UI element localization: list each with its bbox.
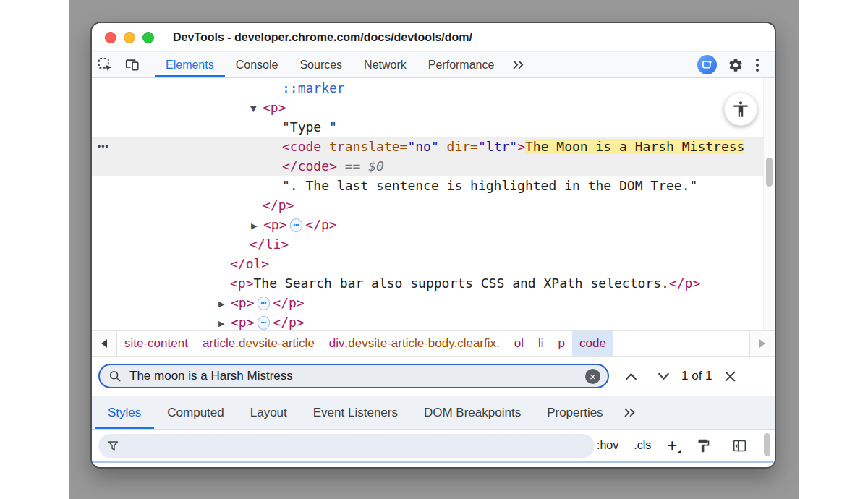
panel-tab-console[interactable]: Console — [225, 52, 289, 77]
toolbar-divider — [150, 57, 150, 72]
toggle-element-state-button[interactable]: :hov — [595, 438, 621, 453]
code-segment-pseudo: ::marker — [282, 80, 345, 95]
double-chevron-right-icon — [624, 408, 636, 417]
styles-tab-computed[interactable]: Computed — [154, 396, 237, 429]
code-segment-tag: </p> — [273, 295, 304, 310]
accessibility-overlay-button[interactable] — [724, 93, 757, 126]
dom-tree-row[interactable]: ▶<p>⋯</p> — [92, 293, 775, 312]
dom-tree-row[interactable]: <p>The Search bar also supports CSS and … — [92, 273, 775, 293]
scrollbar-thumb[interactable] — [766, 158, 773, 187]
code-segment-attr: dir= — [447, 139, 478, 154]
clear-x-icon: × — [590, 371, 596, 382]
settings-button[interactable] — [723, 57, 749, 73]
inline-expand-button[interactable]: ⋯ — [258, 316, 271, 330]
device-toolbar-icon — [124, 56, 140, 73]
close-search-button[interactable] — [720, 367, 741, 385]
breadcrumb-item[interactable]: site-content — [117, 331, 195, 356]
styles-tab-event-listeners[interactable]: Event Listeners — [300, 396, 411, 429]
disclosure-expanded-icon[interactable]: ▼ — [250, 99, 263, 119]
rendering-emulation-button[interactable] — [691, 438, 716, 453]
style-filter-field[interactable] — [98, 434, 595, 458]
breadcrumb-item[interactable]: li — [531, 331, 551, 356]
code-segment-dollar: $0 — [368, 158, 384, 174]
kebab-menu-icon — [756, 59, 759, 61]
styles-tab-properties[interactable]: Properties — [534, 396, 616, 429]
breadcrumb-item[interactable]: p — [551, 331, 572, 356]
styles-pane-scrollbar-thumb[interactable] — [764, 433, 770, 456]
dom-tree-row[interactable]: ▼<p> — [92, 98, 775, 117]
device-toolbar-button[interactable] — [119, 52, 145, 77]
title-bar: DevTools - developer.chrome.com/docs/dev… — [92, 23, 775, 52]
breadcrumb: site-contentarticle.devsite-articlediv.d… — [117, 331, 613, 356]
element-classes-button[interactable]: .cls — [631, 438, 653, 453]
toggle-sidebar-button[interactable] — [727, 438, 752, 453]
search-field[interactable]: × — [98, 364, 609, 388]
search-icon — [109, 370, 122, 383]
code-segment-tag: <p> — [263, 217, 287, 232]
dom-tree-scrollbar[interactable] — [763, 78, 775, 330]
breadcrumb-item[interactable]: div.devsite-article-body.clearfix. — [322, 331, 507, 356]
styles-filter-controls: :hov .cls + — [595, 437, 752, 454]
code-segment-tag: </li> — [250, 236, 289, 252]
breadcrumb-item[interactable]: code — [572, 331, 613, 356]
breadcrumb-segment-cls: .devsite-article-body.clearfix. — [345, 336, 500, 351]
dom-tree-row[interactable]: ". The last sentence is highlighted in t… — [92, 176, 775, 195]
code-segment-tag: <p> — [263, 100, 286, 115]
more-panels-button[interactable] — [505, 52, 532, 77]
code-segment-text: The Search bar also supports CSS and XPa… — [254, 276, 669, 291]
ai-assistance-button[interactable] — [697, 55, 717, 74]
new-style-rule-button[interactable]: + — [664, 437, 680, 454]
next-match-button[interactable] — [653, 370, 674, 383]
dom-tree-row[interactable]: ▶<p>⋯</p> — [92, 215, 775, 234]
clear-search-button[interactable]: × — [585, 369, 600, 384]
dom-tree-row[interactable]: ▶<p>⋯</p> — [92, 312, 775, 330]
dom-tree-row[interactable]: </li> — [92, 234, 775, 254]
styles-tab-layout[interactable]: Layout — [237, 396, 300, 429]
dom-tree-row[interactable]: </p> — [92, 195, 775, 215]
search-input[interactable] — [128, 368, 585, 384]
code-segment-tag: </p> — [273, 315, 304, 330]
more-options-button[interactable] — [749, 59, 766, 72]
breadcrumb-scroll-left-button[interactable] — [92, 331, 117, 356]
inspect-element-button[interactable] — [92, 52, 119, 77]
panel-tab-sources[interactable]: Sources — [289, 52, 353, 77]
close-window-icon[interactable] — [105, 32, 116, 43]
style-filter-input[interactable] — [125, 438, 586, 453]
panel-tab-performance[interactable]: Performance — [417, 52, 506, 77]
styles-tab-styles[interactable]: Styles — [95, 396, 154, 429]
styles-tabs: StylesComputedLayoutEvent ListenersDOM B… — [95, 396, 616, 429]
paint-roller-icon — [696, 438, 711, 453]
code-segment-tag: </p> — [263, 197, 294, 213]
styles-tab-dom-breakpoints[interactable]: DOM Breakpoints — [411, 396, 534, 429]
dom-tree-row[interactable]: </code> == $0 — [92, 156, 775, 176]
code-segment-val: "no" — [407, 139, 438, 154]
dom-tree-row[interactable]: </ol> — [92, 254, 775, 273]
dom-tree: ::marker▼<p>"Type "•••<code translate="n… — [92, 78, 775, 330]
panel-tab-elements[interactable]: Elements — [155, 52, 225, 77]
breadcrumb-segment-tag: p — [558, 336, 565, 351]
breadcrumb-scroll-right-button[interactable] — [749, 331, 775, 356]
row-actions-ellipsis-icon[interactable]: ••• — [98, 137, 109, 156]
panel-tab-network[interactable]: Network — [353, 52, 417, 77]
more-style-tabs-button[interactable] — [616, 396, 643, 429]
disclosure-collapsed-icon[interactable]: ▶ — [251, 216, 263, 236]
inspect-element-icon — [97, 56, 114, 73]
breadcrumb-segment-tag: code — [579, 336, 606, 351]
maximize-window-icon[interactable] — [142, 32, 154, 43]
code-segment-tag: </ol> — [230, 256, 269, 271]
code-segment-text: ". The last sentence is highlighted in t… — [282, 178, 697, 193]
previous-match-button[interactable] — [621, 370, 642, 383]
minimize-window-icon[interactable] — [124, 32, 135, 43]
triangle-left-icon — [101, 339, 107, 348]
breadcrumb-segment-tag: li — [538, 336, 544, 351]
breadcrumb-item[interactable]: ol — [507, 331, 531, 356]
dom-tree-row[interactable]: •••<code translate="no" dir="ltr">The Mo… — [92, 137, 775, 156]
breadcrumb-item[interactable]: article.devsite-article — [195, 331, 322, 356]
disclosure-collapsed-icon[interactable]: ▶ — [218, 294, 231, 314]
styles-pane-tab-strip: StylesComputedLayoutEvent ListenersDOM B… — [92, 396, 775, 430]
dom-tree-row[interactable]: "Type " — [92, 117, 775, 137]
inline-expand-button[interactable]: ⋯ — [290, 218, 303, 232]
disclosure-collapsed-icon[interactable]: ▶ — [218, 314, 231, 330]
inline-expand-button[interactable]: ⋯ — [258, 297, 271, 310]
dom-tree-row[interactable]: ::marker — [92, 78, 775, 98]
